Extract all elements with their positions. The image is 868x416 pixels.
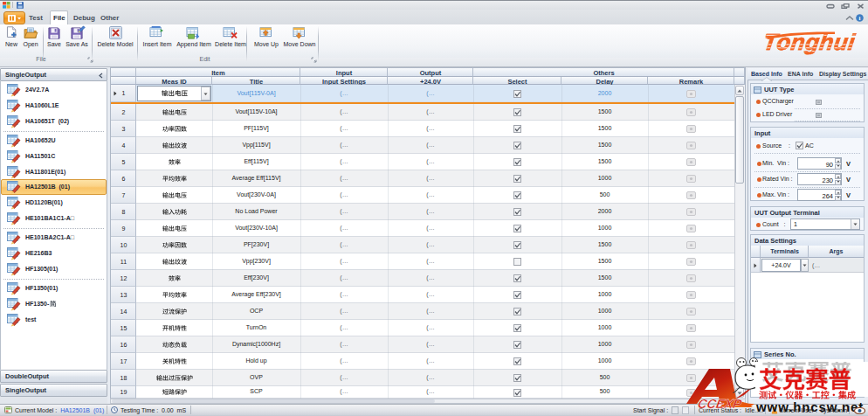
svg-text:CCEXP: CCEXP xyxy=(697,398,743,412)
svg-text:i: i xyxy=(859,15,861,22)
